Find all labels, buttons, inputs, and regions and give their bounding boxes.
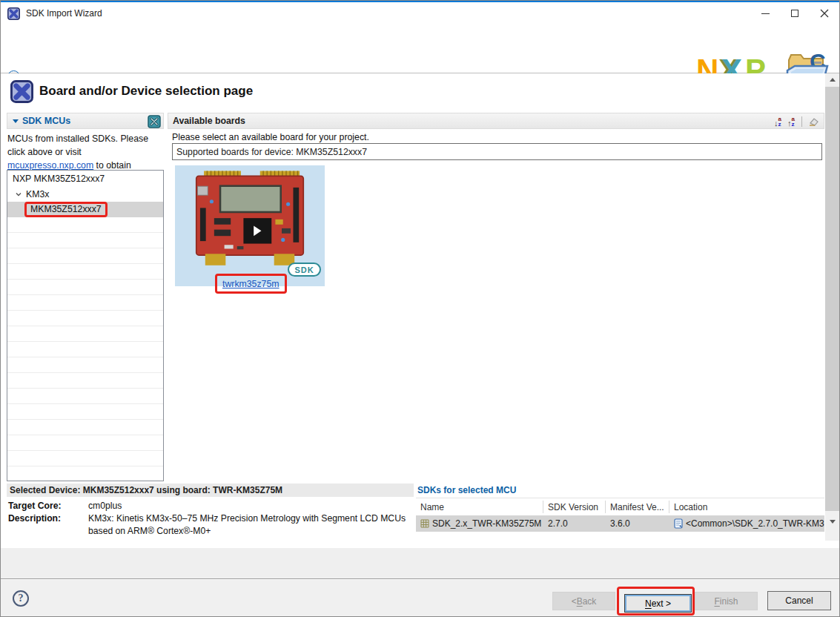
sdk-version: 2.7.0 bbox=[548, 518, 568, 529]
sort-ascending-button[interactable]: ↑ az bbox=[786, 116, 796, 128]
location-file-icon bbox=[674, 518, 683, 529]
sdk-table: Name SDK Version Manifest Ve... Location… bbox=[416, 498, 824, 532]
window-title: SDK Import Wizard bbox=[26, 8, 102, 19]
sdk-mcus-x-icon[interactable] bbox=[148, 115, 161, 128]
scroll-up-button[interactable] bbox=[825, 73, 839, 86]
maximize-button[interactable] bbox=[780, 2, 810, 24]
titlebar: SDK Import Wizard bbox=[1, 2, 839, 24]
collapse-triangle-icon bbox=[13, 119, 19, 123]
wizard-content: Board and/or Device selection page SDK M… bbox=[1, 73, 825, 548]
app-icon bbox=[7, 7, 20, 20]
annotation-box-board-link: twrkm35z75m bbox=[215, 274, 287, 294]
board-filter-input[interactable] bbox=[173, 144, 821, 159]
close-icon bbox=[820, 9, 829, 18]
maximize-icon bbox=[791, 10, 798, 17]
annotation-box-next: Next > bbox=[617, 587, 695, 616]
available-boards-label: Available boards bbox=[168, 116, 245, 126]
back-button: < Back bbox=[552, 592, 615, 610]
tree-item-km3x[interactable]: KM3x bbox=[7, 186, 163, 202]
target-core-value: cm0plus bbox=[88, 500, 414, 512]
minimize-button[interactable] bbox=[750, 2, 780, 24]
mcu-tree: NXP MKM35Z512xxx7 KM3x MKM35Z512xxx7 bbox=[7, 170, 164, 481]
minimize-icon bbox=[761, 13, 770, 14]
board-filter-field[interactable] bbox=[172, 143, 822, 160]
sdk-grid-icon bbox=[420, 519, 429, 528]
sdk-name: SDK_2.x_TWR-KM35Z75M bbox=[432, 518, 541, 529]
info-bar: i Importing project(s) for device: MKM35… bbox=[1, 24, 839, 73]
sdk-mcus-label: SDK MCUs bbox=[22, 116, 70, 126]
tree-selected-label: MKM35Z512xxx7 bbox=[30, 204, 102, 214]
tree-group-label: KM3x bbox=[26, 189, 49, 199]
description-value: KM3x: Kinetis KM3x-50–75 MHz Precision M… bbox=[88, 512, 414, 538]
sdk-mcus-section-header[interactable]: SDK MCUs bbox=[7, 113, 164, 129]
next-button[interactable]: Next > bbox=[624, 594, 692, 613]
cancel-button[interactable]: Cancel bbox=[767, 591, 831, 610]
column-header-name[interactable]: Name bbox=[416, 501, 543, 513]
sort-descending-button[interactable]: ↓ az bbox=[773, 116, 783, 128]
selected-device-bar: Selected Device: MKM35Z512xxx7 using boa… bbox=[7, 484, 414, 497]
column-header-location[interactable]: Location bbox=[669, 501, 824, 513]
selected-device-summary: Selected Device: MKM35Z512xxx7 using boa… bbox=[7, 485, 282, 495]
close-button[interactable] bbox=[810, 2, 839, 24]
board-name-link[interactable]: twrkm35z75m bbox=[222, 279, 280, 289]
expander-chevron-icon[interactable] bbox=[16, 191, 22, 197]
vertical-scrollbar[interactable] bbox=[825, 73, 839, 541]
toolbar-separator bbox=[801, 116, 802, 127]
board-tile-twrkm35z75m[interactable]: SDK bbox=[175, 165, 325, 286]
sdk-table-row[interactable]: SDK_2.x_TWR-KM35Z75M 2.7.0 3.6.0 <Common… bbox=[416, 515, 824, 532]
device-details: Target Core: cm0plus Description: KM3x: … bbox=[8, 500, 414, 538]
tree-root-label: NXP MKM35Z512xxx7 bbox=[13, 174, 105, 184]
annotation-box-mcu: MKM35Z512xxx7 bbox=[24, 202, 108, 217]
desc-before: MCUs from installed SDKs. Please click a… bbox=[7, 133, 148, 157]
page-title: Board and/or Device selection page bbox=[39, 84, 253, 99]
help-button[interactable]: ? bbox=[13, 590, 29, 607]
board-photo bbox=[186, 170, 314, 268]
sdk-table-header: Name SDK Version Manifest Ve... Location bbox=[416, 498, 824, 515]
available-boards-header: Available boards ↓ az ↑ az bbox=[168, 113, 824, 129]
page-header-x-icon bbox=[10, 80, 33, 103]
mcuxpresso-link[interactable]: mcuxpresso.nxp.com bbox=[7, 160, 93, 171]
lower-gray-strip bbox=[1, 548, 839, 578]
scroll-down-icon bbox=[830, 520, 836, 524]
column-header-sdk-version[interactable]: SDK Version bbox=[543, 501, 606, 513]
boards-toolbar: ↓ az ↑ az bbox=[773, 114, 819, 129]
finish-button: Finish bbox=[695, 592, 758, 610]
target-core-label: Target Core: bbox=[8, 500, 88, 512]
boards-instruction: Please select an available board for you… bbox=[172, 132, 369, 142]
description-label: Description: bbox=[8, 512, 88, 538]
sdk-location: <Common>\SDK_2.7.0_TWR-KM3 bbox=[686, 518, 824, 529]
manifest-version: 3.6.0 bbox=[610, 518, 630, 529]
scroll-up-icon bbox=[830, 78, 836, 82]
tree-item-selected-mcu[interactable]: MKM35Z512xxx7 bbox=[7, 202, 163, 217]
sdks-for-mcu-title: SDKs for selected MCU bbox=[417, 485, 516, 495]
footer-bar: ? < Back Next > Finish Cancel bbox=[1, 578, 839, 617]
sdk-badge: SDK bbox=[288, 263, 321, 277]
tree-empty-rows bbox=[7, 217, 163, 480]
column-header-manifest-version[interactable]: Manifest Ve... bbox=[606, 501, 669, 513]
tree-item-root[interactable]: NXP MKM35Z512xxx7 bbox=[7, 171, 163, 186]
scroll-down-button[interactable] bbox=[825, 515, 839, 528]
clear-filter-eraser-icon[interactable] bbox=[807, 116, 819, 127]
sdk-import-wizard-window: SDK Import Wizard i Importing project(s)… bbox=[0, 0, 840, 617]
scrollbar-thumb[interactable] bbox=[825, 87, 839, 511]
